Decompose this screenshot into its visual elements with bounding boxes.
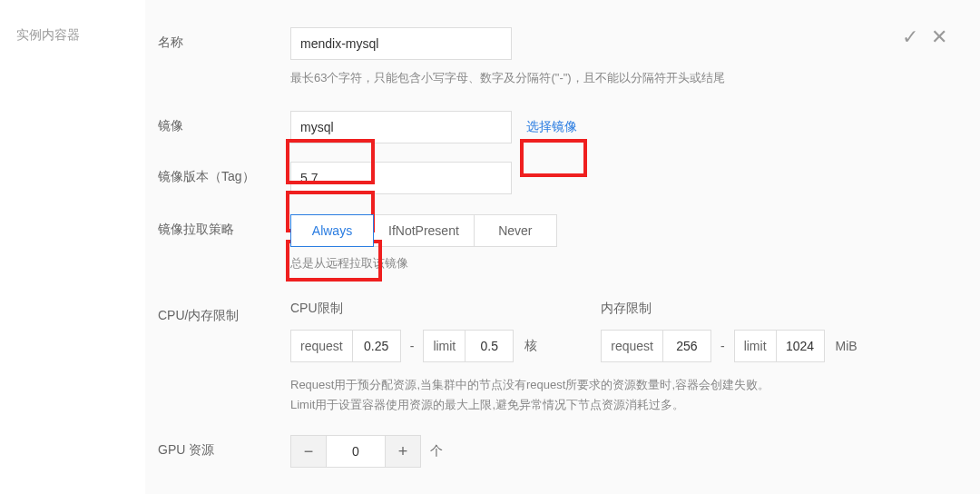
- mem-limit-title: 内存限制: [601, 301, 857, 317]
- pull-policy-ifnotpresent[interactable]: IfNotPresent: [373, 214, 475, 247]
- form-panel: ✓ ✕ 名称 最长63个字符，只能包含小写字母、数字及分隔符("-")，且不能以…: [145, 0, 980, 494]
- name-help: 最长63个字符，只能包含小写字母、数字及分隔符("-")，且不能以分隔符开头或结…: [290, 69, 953, 87]
- gpu-unit: 个: [430, 443, 443, 459]
- pull-policy-help: 总是从远程拉取该镜像: [290, 254, 953, 272]
- pull-policy-never[interactable]: Never: [474, 214, 557, 247]
- cpu-request-label: request: [291, 331, 353, 361]
- cpu-unit: 核: [524, 338, 537, 354]
- name-label: 名称: [158, 27, 290, 51]
- cpu-limit-title: CPU限制: [290, 301, 537, 317]
- close-icon[interactable]: ✕: [931, 27, 947, 47]
- gpu-label: GPU 资源: [158, 435, 290, 459]
- tag-label: 镜像版本（Tag）: [158, 162, 290, 185]
- gpu-input[interactable]: [327, 435, 385, 468]
- mem-limit-label: limit: [735, 331, 777, 361]
- cpu-mem-label: CPU/内存限制: [158, 301, 290, 324]
- confirm-icon[interactable]: ✓: [902, 27, 918, 47]
- mem-request-input[interactable]: [663, 331, 710, 361]
- mem-request-label: request: [602, 331, 663, 361]
- gpu-minus-button[interactable]: −: [290, 435, 327, 468]
- resource-help: Request用于预分配资源,当集群中的节点没有request所要求的资源数量时…: [290, 375, 953, 415]
- cpu-limit-label: limit: [424, 331, 466, 361]
- mem-limit-input[interactable]: [777, 331, 824, 361]
- pull-policy-always[interactable]: Always: [290, 214, 374, 247]
- name-input[interactable]: [290, 27, 512, 60]
- tag-input[interactable]: [290, 162, 512, 194]
- cpu-limit-input[interactable]: [466, 331, 513, 361]
- mem-unit: MiB: [836, 339, 858, 353]
- pull-policy-group: Always IfNotPresent Never: [290, 214, 953, 247]
- select-image-link[interactable]: 选择镜像: [526, 119, 577, 135]
- cpu-request-input[interactable]: [353, 331, 400, 361]
- section-title: 实例内容器: [16, 27, 80, 42]
- image-input[interactable]: [290, 111, 512, 143]
- gpu-plus-button[interactable]: +: [385, 435, 421, 468]
- image-label: 镜像: [158, 111, 290, 134]
- pull-policy-label: 镜像拉取策略: [158, 214, 290, 238]
